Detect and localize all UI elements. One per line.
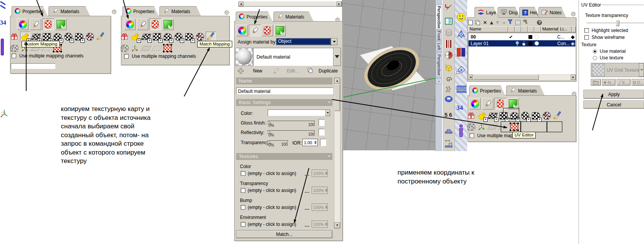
gift-button[interactable]: [9, 32, 19, 42]
use-material-radio[interactable]: [593, 49, 597, 54]
scroll-thumb[interactable]: [334, 84, 340, 111]
gloss-finish-slider[interactable]: 0% 100: [268, 119, 315, 125]
delete-layer-button[interactable]: ✕: [483, 20, 487, 25]
match-brush-button[interactable]: [96, 32, 106, 42]
move-left-button[interactable]: ◄: [502, 20, 505, 25]
scroll-down-button[interactable]: ▼: [334, 222, 340, 228]
tab-properties-4[interactable]: Properties: [469, 86, 505, 96]
green-sheet-button[interactable]: [162, 19, 174, 30]
texture-amount-spinbox[interactable]: 100%: [312, 170, 328, 177]
copy-layer-button[interactable]: [475, 20, 480, 25]
color-wheel-big-button[interactable]: [236, 25, 248, 36]
slider-value-box[interactable]: [319, 119, 325, 126]
paint-tube-big-button[interactable]: [482, 98, 493, 109]
texture-amount-spinbox[interactable]: 100%: [312, 204, 328, 211]
checker-sphere-button[interactable]: [63, 32, 73, 42]
checker-cylinder-button[interactable]: [262, 25, 273, 36]
notebook-tool-button[interactable]: [444, 17, 453, 26]
compass-tool-button[interactable]: [444, 51, 453, 61]
tab-notes[interactable]: Notes: [538, 7, 566, 18]
uv-grid-button[interactable]: [163, 43, 173, 53]
tab-materials-3[interactable]: Materials: [273, 12, 314, 22]
axis-box-button[interactable]: [130, 43, 140, 53]
edit-material-button[interactable]: Edit...: [287, 68, 299, 74]
cube-tool-button[interactable]: [444, 64, 453, 73]
layers-scroll-left[interactable]: ◄: [468, 75, 473, 80]
checker-box-button[interactable]: [42, 32, 52, 42]
view-tab-perspective-1[interactable]: Perspective: [436, 5, 442, 29]
checker-cylinder-button[interactable]: [149, 19, 161, 30]
ior-spinbox[interactable]: 1.00: [302, 139, 318, 146]
green-sheet-button[interactable]: [274, 25, 286, 36]
texture-amount-spinbox[interactable]: 100%: [312, 187, 328, 194]
tab-layers[interactable]: Laye...: [475, 7, 498, 18]
checker-delete-button[interactable]: ✕: [542, 111, 552, 121]
add-view-tab-button[interactable]: +: [436, 78, 442, 84]
cylinder-tool-button[interactable]: [445, 29, 453, 38]
material-name-box[interactable]: Default material: [253, 48, 333, 66]
scroll-left-button[interactable]: ◄: [238, 2, 243, 6]
tab-properties-2[interactable]: Properties: [122, 6, 159, 16]
texture-browse-button[interactable]: ...: [305, 205, 310, 211]
color-swatch-field[interactable]: [268, 109, 325, 116]
checker-sphere-button[interactable]: [520, 111, 530, 121]
tab-help[interactable]: ?Help: [519, 7, 539, 18]
layer-material-dot[interactable]: [533, 35, 540, 39]
gray-plane2-button[interactable]: [152, 43, 162, 53]
layer-lock-icon[interactable]: [521, 41, 527, 46]
viewport[interactable]: [342, 0, 435, 150]
checker-delete-button[interactable]: ✕: [85, 32, 95, 42]
view-tab-perspective-2[interactable]: Perspective: [436, 52, 442, 77]
transparency-slider[interactable]: 0% 100: [268, 139, 288, 145]
color-dropdown-button[interactable]: [325, 109, 330, 116]
gray-plane-button[interactable]: [141, 43, 151, 53]
view-tab-front[interactable]: Front: [436, 30, 442, 40]
move-down-button[interactable]: ▼: [496, 20, 499, 25]
paint-tube-big-button[interactable]: [30, 19, 41, 30]
basic-settings-header[interactable]: Basic Settings−: [236, 99, 332, 106]
purple-figure-tool-button[interactable]: [458, 124, 465, 138]
edit-texture-button[interactable]: ╱ E...: [617, 79, 630, 86]
checker-delete-button[interactable]: ✕: [195, 32, 205, 42]
texture-assign-checkbox[interactable]: [241, 222, 245, 227]
color-wheel-big-button[interactable]: [17, 19, 29, 30]
smiley-tool-button[interactable]: [456, 12, 466, 23]
assign-material-select[interactable]: Object: [276, 38, 331, 45]
tab-display[interactable]: Displ...: [498, 7, 520, 18]
use-multiple-mapping-checkbox[interactable]: [12, 54, 16, 58]
spiral-tool-button[interactable]: [445, 76, 453, 85]
layer-current-check[interactable]: ✔: [508, 34, 514, 40]
duck-button[interactable]: [130, 32, 140, 42]
material-editor-scrollbar[interactable]: ▲ ▼: [334, 77, 340, 229]
material-list-dropdown-button[interactable]: [333, 48, 341, 66]
layer-print-diamond-icon[interactable]: ◆: [570, 34, 575, 40]
reflectivity-slider[interactable]: 0% 100: [268, 129, 315, 135]
new-texture-button[interactable]: ✚ N...: [602, 79, 615, 86]
texture-browse-button[interactable]: ...: [305, 188, 310, 194]
gray-checker2-button[interactable]: 2: [9, 43, 19, 53]
tab-properties-1[interactable]: Properties: [12, 6, 48, 16]
layer-color-swatch[interactable]: [527, 42, 533, 45]
texture-browse-button[interactable]: ...: [305, 172, 310, 177]
transparency-extra-box[interactable]: [320, 139, 326, 146]
match-brush-button[interactable]: [552, 111, 562, 121]
texture-transparency-slider[interactable]: [587, 20, 644, 27]
layer-row[interactable]: 00 ✔ C... ◆: [468, 34, 575, 40]
scroll-right-button[interactable]: ►: [337, 2, 342, 6]
duck-button[interactable]: [20, 32, 30, 42]
column-linetype[interactable]: Li...: [558, 26, 572, 32]
gray-checker2-button[interactable]: 2: [119, 43, 129, 53]
assign-material-dropdown-button[interactable]: [331, 38, 337, 45]
layer-row[interactable]: Layer 01 Con... ◈: [468, 40, 575, 47]
uv-texture-dropdown-button[interactable]: [639, 63, 644, 77]
checker-sphere-button[interactable]: [173, 32, 183, 42]
checker-plane-button[interactable]: [31, 32, 41, 42]
stack-tool-button[interactable]: [456, 85, 466, 94]
collapse-icon[interactable]: −: [327, 153, 330, 159]
paint-tube-big-button[interactable]: [249, 25, 260, 36]
green-sheet-button[interactable]: [55, 19, 67, 30]
gift-button[interactable]: [119, 32, 129, 42]
checker-cylinder-button[interactable]: [42, 19, 54, 30]
layers-h-scrollbar[interactable]: ◄ ►: [468, 75, 576, 80]
checker-wrap-button[interactable]: [74, 32, 84, 42]
